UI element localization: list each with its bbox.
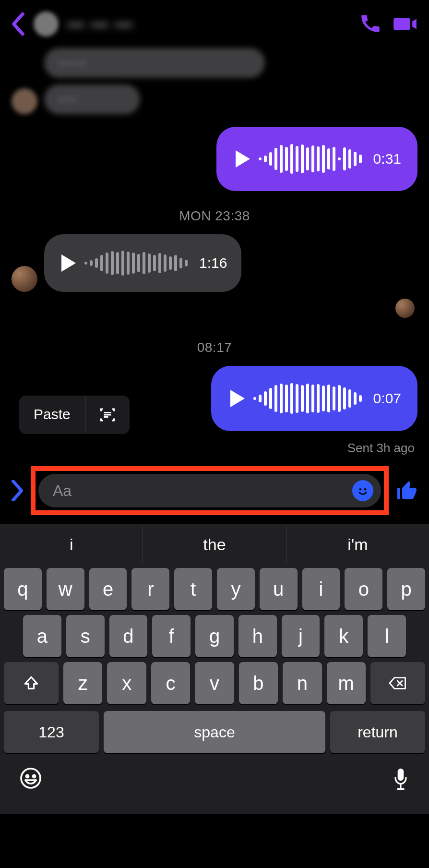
svg-point-5	[33, 775, 35, 777]
message-row: 1:16	[12, 234, 417, 292]
key-v[interactable]: v	[195, 662, 234, 704]
contact-name[interactable]: — — —	[67, 14, 350, 34]
svg-point-2	[364, 488, 367, 491]
sender-avatar[interactable]	[12, 88, 37, 114]
text-message[interactable]: — —	[44, 84, 140, 114]
key-s[interactable]: s	[66, 615, 105, 657]
contact-avatar[interactable]	[34, 12, 59, 36]
key-k[interactable]: k	[324, 615, 363, 657]
key-q[interactable]: q	[4, 568, 42, 610]
keyboard-row: q w e r t y u i o p	[0, 563, 429, 610]
key-p[interactable]: p	[387, 568, 425, 610]
svg-rect-6	[398, 769, 404, 781]
paste-popup: Paste	[19, 396, 130, 434]
waveform[interactable]	[259, 144, 362, 174]
text-message[interactable]: — — —	[44, 48, 265, 78]
video-call-button[interactable]	[393, 12, 417, 36]
timestamp: MON 23:38	[12, 208, 417, 224]
scan-text-button[interactable]	[85, 396, 130, 434]
key-r[interactable]: r	[131, 568, 169, 610]
waveform[interactable]	[253, 383, 362, 414]
key-u[interactable]: u	[260, 568, 298, 610]
chat-thread: — — — — — 0:31 MON 23:38	[0, 48, 429, 431]
message-row: 0:31	[12, 127, 417, 191]
keyboard-row: z x c v b n m	[0, 657, 429, 704]
expand-composer-button[interactable]	[11, 480, 24, 501]
suggestion[interactable]: i	[0, 526, 143, 563]
key-n[interactable]: n	[283, 662, 322, 704]
numbers-key[interactable]: 123	[4, 711, 99, 753]
key-w[interactable]: w	[47, 568, 84, 610]
key-h[interactable]: h	[238, 615, 277, 657]
keyboard-row: a s d f g h j k l	[0, 610, 429, 657]
key-x[interactable]: x	[107, 662, 146, 704]
keyboard-bottom-bar	[0, 762, 429, 814]
emoji-keyboard-button[interactable]	[19, 767, 42, 790]
key-y[interactable]: y	[217, 568, 255, 610]
key-o[interactable]: o	[345, 568, 382, 610]
space-key[interactable]: space	[104, 711, 325, 753]
key-a[interactable]: a	[23, 615, 61, 657]
back-button[interactable]	[12, 12, 25, 36]
key-i[interactable]: i	[302, 568, 340, 610]
voice-message[interactable]: 1:16	[44, 234, 241, 292]
suggestion-bar: i the i'm	[0, 526, 429, 563]
svg-point-3	[21, 769, 40, 788]
suggestion[interactable]: i'm	[286, 526, 429, 563]
keyboard-row: 123 space return	[0, 704, 429, 762]
sender-avatar[interactable]	[12, 266, 37, 292]
svg-point-1	[359, 488, 362, 491]
message-input[interactable]	[53, 482, 352, 500]
composer-bar	[0, 460, 429, 524]
message-status: Sent 3h ago	[0, 438, 429, 460]
play-icon[interactable]	[61, 254, 76, 272]
thumbs-up-button[interactable]	[395, 479, 418, 502]
annotation-highlight	[31, 466, 389, 515]
key-t[interactable]: t	[174, 568, 212, 610]
keyboard: i the i'm q w e r t y u i o p a s d f g …	[0, 524, 429, 814]
play-icon[interactable]	[236, 150, 250, 168]
reaction-avatar[interactable]	[395, 299, 415, 318]
voice-duration: 0:07	[373, 390, 401, 407]
key-l[interactable]: l	[368, 615, 406, 657]
svg-point-4	[26, 775, 28, 777]
key-z[interactable]: z	[63, 662, 102, 704]
key-d[interactable]: d	[109, 615, 148, 657]
waveform[interactable]	[84, 251, 188, 276]
chat-header: — — —	[0, 0, 429, 48]
key-j[interactable]: j	[282, 615, 320, 657]
key-b[interactable]: b	[239, 662, 278, 704]
voice-message[interactable]: 0:07	[211, 366, 417, 431]
key-c[interactable]: c	[151, 662, 190, 704]
message-row: — — —	[12, 48, 417, 78]
paste-button[interactable]: Paste	[19, 396, 85, 434]
emoji-picker-button[interactable]	[352, 480, 373, 501]
return-key[interactable]: return	[330, 711, 425, 753]
shift-key[interactable]	[4, 662, 59, 704]
dictation-button[interactable]	[392, 767, 410, 790]
key-m[interactable]: m	[327, 662, 366, 704]
svg-point-0	[355, 483, 370, 498]
key-g[interactable]: g	[195, 615, 234, 657]
key-f[interactable]: f	[152, 615, 191, 657]
backspace-key[interactable]	[370, 662, 425, 704]
play-icon[interactable]	[230, 390, 245, 407]
timestamp: 08:17	[12, 340, 417, 355]
message-row: — —	[12, 84, 417, 114]
message-composer	[38, 474, 381, 507]
suggestion[interactable]: the	[143, 526, 286, 563]
audio-call-button[interactable]	[359, 12, 384, 36]
voice-duration: 1:16	[199, 255, 227, 271]
key-e[interactable]: e	[89, 568, 127, 610]
voice-message[interactable]: 0:31	[216, 127, 417, 191]
voice-duration: 0:31	[373, 151, 401, 167]
